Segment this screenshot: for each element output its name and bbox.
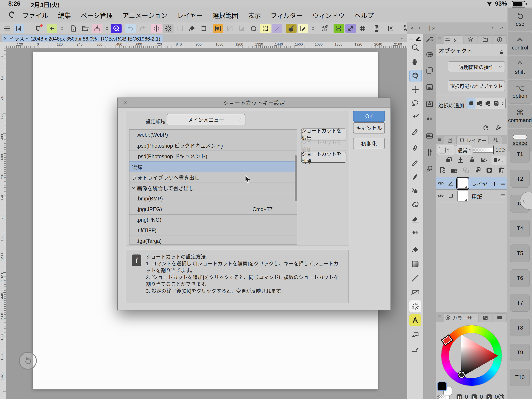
pen-mode-button[interactable] (14, 24, 24, 33)
selectable-object-dropdown[interactable]: 選択可能なオブジェクト (448, 80, 505, 91)
shortcut-row-2[interactable]: .psd(Photoshop ドキュメント) (129, 151, 297, 161)
split-left-icon[interactable]: ❘» (427, 25, 435, 31)
fill-tool-button[interactable] (187, 24, 197, 33)
key-T10[interactable]: T10 (510, 369, 530, 386)
story-editor-button[interactable] (334, 24, 344, 33)
clip-at-layer-icon[interactable] (445, 156, 453, 164)
menu-item-1[interactable]: 編集 (58, 10, 71, 20)
selection-launcher-button[interactable] (260, 24, 271, 33)
opacity-slider[interactable] (473, 148, 494, 153)
selection-swap-button[interactable] (492, 98, 500, 109)
key-command[interactable]: ⌘command (508, 105, 532, 128)
menu-item-3[interactable]: アニメーション (122, 10, 167, 20)
undo-button[interactable] (125, 24, 136, 33)
layer-thumbnail[interactable] (457, 178, 468, 189)
decoration-tool[interactable] (409, 199, 421, 211)
layer-row-用紙[interactable]: 用紙 (436, 189, 507, 202)
list-scrollbar[interactable] (295, 155, 297, 201)
layer-editing-cell[interactable] (446, 177, 456, 189)
tool-palette-tab-icon[interactable] (415, 35, 421, 42)
mix-color-button[interactable] (286, 24, 297, 33)
shortcut-row-4[interactable]: フォトライブラリへ書き出し (129, 172, 297, 183)
subtool-pen-list[interactable] (425, 35, 434, 44)
tab-color-circle[interactable]: カラーサー (444, 313, 478, 322)
edge-keyboard-button[interactable] (371, 24, 382, 33)
foreground-color-swatch[interactable] (437, 382, 447, 391)
expand-right-icon[interactable]: › (492, 25, 494, 31)
selection-subtract-button[interactable] (484, 98, 492, 109)
lock-transparent-icon[interactable] (479, 156, 487, 164)
new-document-button[interactable] (68, 24, 79, 33)
quick-access-button[interactable] (111, 24, 121, 33)
grid-toggle-button[interactable] (357, 24, 368, 33)
airbrush-tool[interactable] (409, 185, 421, 197)
edit-shortcut-button[interactable]: ショートカットを編集 (301, 129, 346, 139)
collapse-right-icon[interactable]: « (500, 25, 503, 31)
opacity-slider-handle[interactable] (493, 146, 494, 154)
frame-border-tool[interactable] (409, 287, 421, 298)
zoom-tool[interactable] (409, 42, 421, 53)
tab-tool-property[interactable]: ツー (443, 35, 463, 44)
back-to-home-button[interactable] (47, 24, 57, 33)
color-panel-menu-icon[interactable] (437, 314, 442, 319)
subtool-lamp[interactable] (425, 164, 434, 174)
layer-panel-menu-icon[interactable] (437, 137, 442, 142)
key-esc[interactable]: esc (508, 8, 532, 31)
balloon-tool[interactable] (409, 328, 421, 340)
fullscreen-button[interactable] (386, 24, 396, 33)
menu-item-2[interactable]: ページ管理 (81, 10, 113, 20)
invert-selection-button[interactable] (236, 24, 247, 33)
menu-item-6[interactable]: 表示 (248, 10, 261, 20)
main-menu-button[interactable] (2, 24, 12, 33)
wrench-icon[interactable] (494, 124, 502, 131)
key-T7[interactable]: T7 (510, 294, 530, 312)
sv-cursor[interactable] (458, 371, 465, 378)
auto-select-tool[interactable] (409, 112, 421, 123)
layer-checkbox-cell[interactable] (446, 189, 456, 202)
color-history-icon[interactable] (498, 393, 505, 399)
layer-handle-icon[interactable] (500, 180, 505, 186)
lock-layer-icon[interactable] (468, 156, 476, 164)
enable-mask-control[interactable] (492, 155, 506, 165)
blend-mode-select[interactable]: 通常 (456, 145, 473, 155)
new-layer-icon[interactable] (439, 166, 447, 174)
fill-tool[interactable] (409, 244, 421, 256)
correct-line-tool[interactable] (409, 343, 421, 354)
flip-horizontal-button[interactable] (151, 24, 162, 33)
selection-border-button[interactable] (248, 24, 259, 33)
key-option[interactable]: ⌥option (508, 80, 532, 103)
deselect-button[interactable] (225, 24, 235, 33)
dialog-close-icon[interactable] (122, 100, 128, 105)
shortcut-row-0[interactable]: .webp(WebP) (129, 129, 297, 140)
figure-tool[interactable] (409, 272, 421, 284)
open-document-button[interactable] (80, 24, 91, 33)
tab-color-slider[interactable] (493, 313, 507, 322)
tab-brush-shape[interactable] (464, 35, 478, 44)
tab-animation[interactable] (478, 35, 492, 44)
layer-mask-icon[interactable] (485, 166, 493, 174)
eyedropper-tool[interactable] (409, 126, 421, 138)
menu-item-4[interactable]: レイヤー (177, 10, 203, 20)
pen-mode-stepper-button[interactable] (25, 24, 31, 33)
history-icon[interactable] (482, 124, 489, 131)
subtool-image[interactable] (425, 83, 434, 92)
saturated-line-tool[interactable] (409, 300, 421, 312)
shortcut-row-6[interactable]: .bmp(BMP) (129, 193, 297, 204)
tab-color-set[interactable] (479, 313, 492, 322)
layer-thumbnail[interactable] (457, 191, 468, 201)
menu-item-0[interactable]: ファイル (22, 10, 48, 20)
menu-item-8[interactable]: ウィンドウ (313, 10, 345, 20)
layer-template-select[interactable] (437, 145, 455, 155)
collapse-left-icon[interactable]: » (410, 25, 413, 31)
delete-layer-icon[interactable] (497, 166, 505, 174)
eraser-tool[interactable] (409, 213, 421, 225)
subtool-card[interactable] (425, 131, 434, 141)
subtool-link[interactable] (425, 50, 434, 59)
menu-item-5[interactable]: 選択範囲 (212, 10, 238, 20)
pen-tool[interactable] (409, 143, 421, 154)
setting-area-dropdown[interactable]: メインメニュー (167, 114, 245, 125)
shortcut-row-10[interactable]: .tga(Targa) (129, 236, 297, 245)
tab-layers[interactable]: レイヤー (457, 136, 488, 144)
key-T1[interactable]: T1 (510, 145, 530, 163)
blend-tool[interactable] (409, 227, 421, 239)
